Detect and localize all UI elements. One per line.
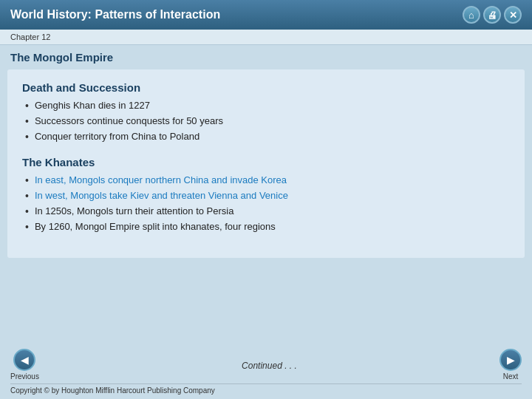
chapter-label: Chapter 12 [10, 33, 50, 41]
list-item: In 1250s, Mongols turn their attention t… [25, 205, 510, 217]
home-icon-button[interactable]: ⌂ [463, 6, 480, 24]
footer-nav: ◀ Previous Continued . . . ▶ Next [10, 349, 522, 381]
list-item: Conquer territory from China to Poland [25, 131, 510, 143]
continued-text: Continued . . . [242, 361, 297, 371]
footer: ◀ Previous Continued . . . ▶ Next Copyri… [0, 344, 532, 399]
next-nav-item: ▶ Next [499, 349, 522, 381]
section-heading-1: Death and Succession [22, 81, 510, 94]
section-2-bullets: In east, Mongols conquer northern China … [22, 174, 510, 233]
copyright-text: Copyright © by Houghton Mifflin Harcourt… [10, 383, 522, 395]
page-title-bar: The Mongol Empire [0, 45, 532, 66]
app-header: World History: Patterns of Interaction ⌂… [0, 0, 532, 30]
list-item: In east, Mongols conquer northern China … [25, 174, 510, 186]
section-heading-2: The Khanates [22, 156, 510, 168]
list-item: In west, Mongols take Kiev and threaten … [25, 190, 510, 202]
next-label: Next [503, 372, 519, 381]
print-icon-button[interactable]: 🖨 [483, 6, 501, 24]
footer-center: Continued . . . [39, 358, 499, 372]
main-content: Death and Succession Genghis Khan dies i… [7, 69, 525, 258]
app-title: World History: Patterns of Interaction [10, 8, 220, 21]
next-button[interactable]: ▶ [499, 349, 522, 371]
previous-label: Previous [10, 372, 39, 381]
close-icon-button[interactable]: ✕ [504, 6, 522, 24]
chapter-bar: Chapter 12 [0, 30, 532, 45]
list-item: By 1260, Mongol Empire split into khanat… [25, 221, 510, 233]
header-icon-group: ⌂ 🖨 ✕ [463, 6, 522, 24]
previous-button[interactable]: ◀ [13, 349, 35, 371]
page-title: The Mongol Empire [10, 51, 522, 64]
section-1-bullets: Genghis Khan dies in 1227Successors cont… [22, 100, 510, 143]
previous-nav-item: ◀ Previous [10, 349, 39, 381]
list-item: Genghis Khan dies in 1227 [25, 100, 510, 112]
list-item: Successors continue conquests for 50 yea… [25, 115, 510, 127]
